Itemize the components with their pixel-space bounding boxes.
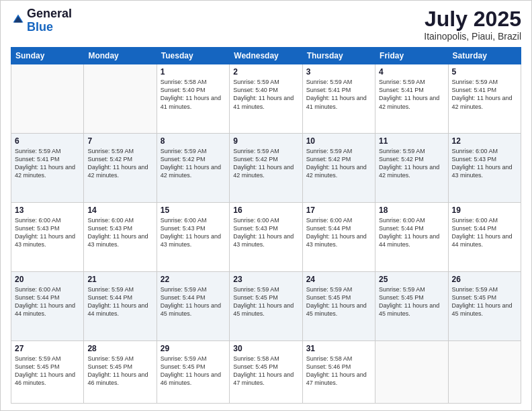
day-number: 21 xyxy=(87,275,152,284)
calendar-week-row: 13Sunrise: 6:00 AM Sunset: 5:43 PM Dayli… xyxy=(11,202,521,271)
header: General Blue July 2025 Itainopolis, Piau… xyxy=(11,7,521,42)
table-row: 21Sunrise: 5:59 AM Sunset: 5:44 PM Dayli… xyxy=(84,271,157,340)
day-number: 22 xyxy=(161,275,226,284)
day-number: 14 xyxy=(87,205,152,215)
title-block: July 2025 Itainopolis, Piaui, Brazil xyxy=(424,7,521,42)
day-number: 15 xyxy=(161,205,226,215)
col-saturday: Saturday xyxy=(448,48,521,64)
day-info: Sunrise: 6:00 AM Sunset: 5:43 PM Dayligh… xyxy=(15,216,80,249)
table-row: 15Sunrise: 6:00 AM Sunset: 5:43 PM Dayli… xyxy=(157,202,229,271)
day-number: 12 xyxy=(452,136,517,146)
day-info: Sunrise: 5:59 AM Sunset: 5:42 PM Dayligh… xyxy=(233,147,298,180)
logo-icon xyxy=(12,13,24,26)
day-info: Sunrise: 5:59 AM Sunset: 5:45 PM Dayligh… xyxy=(306,285,371,318)
table-row: 20Sunrise: 6:00 AM Sunset: 5:44 PM Dayli… xyxy=(11,271,84,340)
table-row: 12Sunrise: 6:00 AM Sunset: 5:43 PM Dayli… xyxy=(448,134,521,203)
col-thursday: Thursday xyxy=(302,48,375,64)
location: Itainopolis, Piaui, Brazil xyxy=(424,31,521,42)
logo-blue-text: Blue xyxy=(27,21,72,34)
day-number: 11 xyxy=(379,136,444,146)
table-row: 11Sunrise: 5:59 AM Sunset: 5:42 PM Dayli… xyxy=(375,134,448,203)
table-row: 17Sunrise: 6:00 AM Sunset: 5:44 PM Dayli… xyxy=(302,202,375,271)
day-number: 16 xyxy=(233,205,298,215)
table-row: 23Sunrise: 5:59 AM Sunset: 5:45 PM Dayli… xyxy=(230,271,302,340)
day-info: Sunrise: 5:59 AM Sunset: 5:40 PM Dayligh… xyxy=(233,78,298,111)
table-row: 16Sunrise: 6:00 AM Sunset: 5:43 PM Dayli… xyxy=(230,202,302,271)
table-row xyxy=(11,64,84,134)
day-number: 7 xyxy=(87,136,152,146)
day-info: Sunrise: 5:59 AM Sunset: 5:45 PM Dayligh… xyxy=(161,355,226,387)
day-info: Sunrise: 6:00 AM Sunset: 5:43 PM Dayligh… xyxy=(161,216,226,249)
table-row: 10Sunrise: 5:59 AM Sunset: 5:42 PM Dayli… xyxy=(302,134,375,203)
day-info: Sunrise: 6:00 AM Sunset: 5:43 PM Dayligh… xyxy=(452,147,517,180)
day-info: Sunrise: 6:00 AM Sunset: 5:43 PM Dayligh… xyxy=(87,216,152,249)
calendar-week-row: 27Sunrise: 5:59 AM Sunset: 5:45 PM Dayli… xyxy=(11,340,521,404)
day-info: Sunrise: 6:00 AM Sunset: 5:44 PM Dayligh… xyxy=(452,216,517,249)
day-number: 29 xyxy=(161,344,226,353)
day-number: 3 xyxy=(306,67,371,77)
col-monday: Monday xyxy=(84,48,157,64)
table-row: 1Sunrise: 5:58 AM Sunset: 5:40 PM Daylig… xyxy=(157,64,229,134)
day-info: Sunrise: 5:59 AM Sunset: 5:42 PM Dayligh… xyxy=(306,147,371,180)
day-number: 19 xyxy=(452,205,517,215)
table-row: 14Sunrise: 6:00 AM Sunset: 5:43 PM Dayli… xyxy=(84,202,157,271)
day-number: 2 xyxy=(233,67,298,77)
calendar-header-row: Sunday Monday Tuesday Wednesday Thursday… xyxy=(11,48,521,64)
table-row: 4Sunrise: 5:59 AM Sunset: 5:41 PM Daylig… xyxy=(375,64,448,134)
logo: General Blue xyxy=(11,7,72,34)
day-number: 5 xyxy=(452,67,517,77)
day-number: 4 xyxy=(379,67,444,77)
day-info: Sunrise: 5:59 AM Sunset: 5:45 PM Dayligh… xyxy=(233,285,298,318)
table-row: 2Sunrise: 5:59 AM Sunset: 5:40 PM Daylig… xyxy=(230,64,302,134)
table-row xyxy=(448,340,521,404)
day-info: Sunrise: 5:59 AM Sunset: 5:45 PM Dayligh… xyxy=(87,355,152,387)
table-row: 31Sunrise: 5:58 AM Sunset: 5:46 PM Dayli… xyxy=(302,340,375,404)
table-row: 3Sunrise: 5:59 AM Sunset: 5:41 PM Daylig… xyxy=(302,64,375,134)
day-info: Sunrise: 5:59 AM Sunset: 5:41 PM Dayligh… xyxy=(15,147,80,180)
day-info: Sunrise: 5:59 AM Sunset: 5:41 PM Dayligh… xyxy=(452,78,517,111)
table-row: 26Sunrise: 5:59 AM Sunset: 5:45 PM Dayli… xyxy=(448,271,521,340)
logo-general-text: General xyxy=(27,7,72,21)
day-number: 6 xyxy=(15,136,80,146)
calendar-week-row: 20Sunrise: 6:00 AM Sunset: 5:44 PM Dayli… xyxy=(11,271,521,340)
day-info: Sunrise: 5:59 AM Sunset: 5:45 PM Dayligh… xyxy=(15,355,80,387)
day-number: 8 xyxy=(161,136,226,146)
day-info: Sunrise: 5:59 AM Sunset: 5:41 PM Dayligh… xyxy=(379,78,444,111)
calendar-week-row: 6Sunrise: 5:59 AM Sunset: 5:41 PM Daylig… xyxy=(11,134,521,203)
day-number: 1 xyxy=(161,67,226,77)
col-friday: Friday xyxy=(375,48,448,64)
day-number: 13 xyxy=(15,205,80,215)
day-info: Sunrise: 6:00 AM Sunset: 5:43 PM Dayligh… xyxy=(233,216,298,249)
day-info: Sunrise: 5:59 AM Sunset: 5:42 PM Dayligh… xyxy=(161,147,226,180)
table-row: 29Sunrise: 5:59 AM Sunset: 5:45 PM Dayli… xyxy=(157,340,229,404)
day-number: 26 xyxy=(452,275,517,284)
day-info: Sunrise: 6:00 AM Sunset: 5:44 PM Dayligh… xyxy=(379,216,444,249)
day-number: 20 xyxy=(15,275,80,284)
day-info: Sunrise: 5:58 AM Sunset: 5:45 PM Dayligh… xyxy=(233,355,298,387)
day-info: Sunrise: 5:58 AM Sunset: 5:46 PM Dayligh… xyxy=(306,355,371,387)
month-title: July 2025 xyxy=(424,7,521,31)
day-info: Sunrise: 5:59 AM Sunset: 5:45 PM Dayligh… xyxy=(452,285,517,318)
day-number: 17 xyxy=(306,205,371,215)
day-info: Sunrise: 5:59 AM Sunset: 5:41 PM Dayligh… xyxy=(306,78,371,111)
table-row: 13Sunrise: 6:00 AM Sunset: 5:43 PM Dayli… xyxy=(11,202,84,271)
table-row: 7Sunrise: 5:59 AM Sunset: 5:42 PM Daylig… xyxy=(84,134,157,203)
col-tuesday: Tuesday xyxy=(157,48,229,64)
day-number: 9 xyxy=(233,136,298,146)
day-info: Sunrise: 5:59 AM Sunset: 5:44 PM Dayligh… xyxy=(87,285,152,318)
day-info: Sunrise: 5:59 AM Sunset: 5:42 PM Dayligh… xyxy=(87,147,152,180)
table-row: 18Sunrise: 6:00 AM Sunset: 5:44 PM Dayli… xyxy=(375,202,448,271)
table-row xyxy=(84,64,157,134)
table-row: 22Sunrise: 5:59 AM Sunset: 5:44 PM Dayli… xyxy=(157,271,229,340)
table-row: 19Sunrise: 6:00 AM Sunset: 5:44 PM Dayli… xyxy=(448,202,521,271)
day-info: Sunrise: 5:59 AM Sunset: 5:44 PM Dayligh… xyxy=(161,285,226,318)
col-wednesday: Wednesday xyxy=(230,48,302,64)
day-number: 23 xyxy=(233,275,298,284)
calendar: Sunday Monday Tuesday Wednesday Thursday… xyxy=(11,47,521,404)
table-row: 5Sunrise: 5:59 AM Sunset: 5:41 PM Daylig… xyxy=(448,64,521,134)
day-number: 27 xyxy=(15,344,80,353)
table-row: 6Sunrise: 5:59 AM Sunset: 5:41 PM Daylig… xyxy=(11,134,84,203)
table-row xyxy=(375,340,448,404)
day-info: Sunrise: 5:58 AM Sunset: 5:40 PM Dayligh… xyxy=(161,78,226,111)
day-number: 10 xyxy=(306,136,371,146)
